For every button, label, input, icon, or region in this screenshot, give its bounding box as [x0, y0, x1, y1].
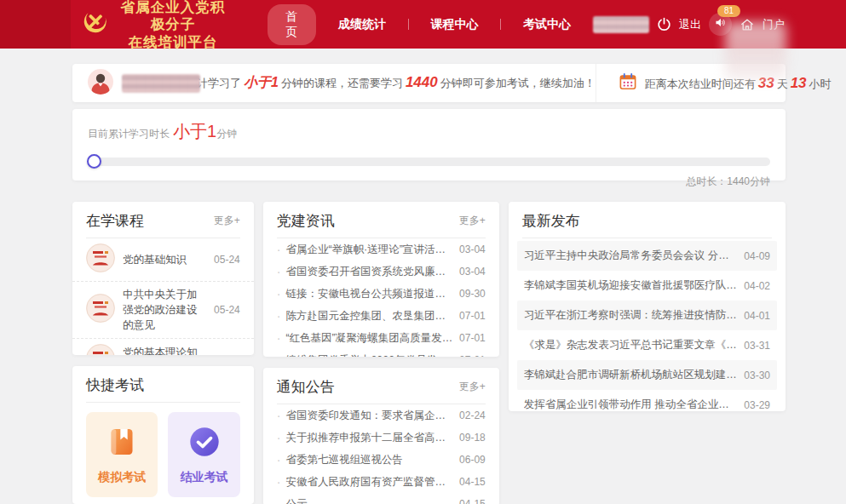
news-title: 链接：安徽电视台公共频道报道徽商职业学院...: [285, 287, 454, 301]
bullet-icon: ·: [277, 243, 281, 256]
courses-more-link[interactable]: 更多+: [214, 214, 240, 228]
app-title-line1: 省属企业入党积极分子: [118, 0, 228, 33]
course-title: 党的基础知识: [123, 252, 206, 267]
course-date: 05-24: [214, 254, 240, 266]
latest-post-item[interactable]: 李锦斌赴合肥市调研新桥机场航站区规划建设... 03-30: [517, 360, 777, 390]
bullet-icon: ·: [277, 409, 281, 422]
progress-slider-track[interactable]: [88, 158, 770, 166]
news-date: 07-01: [459, 310, 486, 322]
bullet-icon: ·: [277, 265, 281, 278]
quick-exam-card: 快捷考试: [72, 366, 254, 504]
courses-header: 在学课程 更多+: [72, 202, 254, 238]
latest-posts-header: 最新发布: [509, 202, 786, 238]
app-title-line2: 在线培训平台: [118, 33, 228, 51]
study-summary: 已累计学习了小于1分钟的课程，还需要学习1440分钟即可参加考试，继续加油！: [88, 69, 596, 98]
bullet-icon: ·: [277, 431, 281, 444]
countdown-hours: 13: [788, 75, 809, 91]
header-right: 退出 81 门户: [593, 13, 785, 36]
notice-item[interactable]: · 关于拟推荐申报第十二届全省高技能人才评选... 09-18: [263, 427, 499, 449]
notice-item[interactable]: · 省国资委印发通知：要求省属企业认真贯彻落... 02-24: [263, 404, 499, 427]
course-item[interactable]: 中共中央关于加强党的政治建设的意见 05-24: [72, 281, 254, 338]
nav-exam-center[interactable]: 考试中心: [501, 17, 593, 32]
news-item[interactable]: · 陈方赴国元金控集团、农垦集团调研督导 07-01: [263, 305, 499, 327]
notice-title: 安徽省人民政府国有资产监督管理委员会网站...: [285, 475, 454, 490]
nav-home[interactable]: 首页: [268, 4, 316, 45]
announcement-button[interactable]: 81: [709, 13, 732, 36]
news-item[interactable]: · 皖维集团党委举办2020年党员发展对象培训班... 07-01: [263, 349, 499, 357]
countdown: 距离本次结业时间还有33天13小时: [596, 64, 832, 102]
main-nav: 首页 成绩统计 课程中心 考试中心: [268, 4, 593, 45]
courses-title: 在学课程: [86, 211, 144, 231]
course-item[interactable]: 党的基本理论知识学习手册 05-24: [72, 338, 254, 355]
party-news-header: 党建资讯 更多+: [263, 202, 499, 238]
latest-post-date: 03-30: [737, 369, 770, 381]
news-title: 省属企业“举旗帜·送理论”宣讲活动走进华安...: [285, 243, 454, 257]
portal-link[interactable]: 门户: [763, 17, 785, 32]
notice-date: 06-09: [459, 454, 486, 466]
final-exam-tile[interactable]: 结业考试: [168, 412, 239, 497]
logout-button[interactable]: 退出: [679, 17, 701, 32]
latest-post-date: 04-09: [737, 250, 770, 262]
bullet-icon: ·: [277, 475, 281, 489]
notice-title: 省委第七巡视组巡视公告: [285, 453, 454, 467]
bullet-icon: ·: [277, 497, 281, 504]
notice-date: 04-15: [459, 476, 486, 488]
latest-post-item[interactable]: 李锦斌李国英机场迎接安徽首批援鄂医疗队凯... 04-02: [517, 271, 777, 301]
latest-post-item[interactable]: 《求是》杂志发表习近平总书记重要文章《在... 03-31: [517, 330, 777, 360]
news-item[interactable]: · “红色基因”凝聚海螺集团高质量发展磅礴力... 07-01: [263, 327, 499, 349]
notice-item[interactable]: · 公示 04-15: [263, 493, 499, 504]
username-redacted: [593, 16, 649, 33]
party-news-more-link[interactable]: 更多+: [459, 214, 486, 228]
latest-post-item[interactable]: 习近平在浙江考察时强调：统筹推进疫情防控... 04-01: [517, 301, 777, 330]
latest-post-title: 习近平主持中央政治局常务委员会会议 分析国...: [524, 249, 738, 263]
latest-post-date: 03-29: [737, 399, 770, 411]
news-item[interactable]: · 链接：安徽电视台公共频道报道徽商职业学院... 09-30: [263, 283, 499, 305]
progress-slider-thumb[interactable]: [87, 154, 101, 169]
countdown-days: 33: [756, 75, 777, 91]
notice-date: 04-15: [459, 498, 486, 504]
exam-tiles: 模拟考试: [72, 403, 254, 504]
countdown-days-unit: 天: [777, 77, 788, 90]
latest-posts-title: 最新发布: [522, 211, 580, 231]
news-item[interactable]: · 省国资委召开省国资系统党风廉政建设和反腐... 03-04: [263, 261, 499, 283]
calendar-icon: [619, 72, 637, 94]
notice-date: 02-24: [459, 410, 486, 421]
course-item[interactable]: 党的基础知识 05-24: [72, 238, 254, 281]
dashboard-columns: 在学课程 更多+ 党的基础知识: [72, 202, 786, 504]
page: 省属企业入党积极分子 在线培训平台 首页 成绩统计 课程中心 考试中心 退出: [0, 0, 846, 504]
power-icon[interactable]: [657, 17, 671, 32]
app-title: 省属企业入党积极分子 在线培训平台: [118, 0, 228, 50]
news-title: 陈方赴国元金控集团、农垦集团调研督导: [285, 309, 454, 324]
column-right: 最新发布 习近平主持中央政治局常务委员会会议 分析国... 04-09 李锦斌李…: [509, 202, 786, 411]
bullet-icon: ·: [277, 287, 281, 301]
countdown-text: 距离本次结业时间还有33天13小时: [645, 75, 832, 92]
header-left-strip: [0, 0, 71, 49]
latest-post-title: 习近平在浙江考察时强调：统筹推进疫情防控...: [524, 308, 738, 323]
nav-course-center[interactable]: 课程中心: [408, 17, 500, 32]
latest-post-item[interactable]: 习近平主持中央政治局常务委员会会议 分析国... 04-09: [517, 241, 777, 271]
notices-title: 通知公告: [277, 377, 335, 397]
progress-total-label: 总时长：1440分钟: [88, 175, 770, 189]
nav-score-stats[interactable]: 成绩统计: [316, 17, 408, 32]
notice-title: 省国资委印发通知：要求省属企业认真贯彻落...: [285, 409, 454, 423]
notice-item[interactable]: · 安徽省人民政府国有资产监督管理委员会网站... 04-15: [263, 471, 499, 493]
news-date: 09-30: [459, 288, 486, 300]
latest-post-title: 《求是》杂志发表习近平总书记重要文章《在...: [524, 338, 738, 352]
progress-slider: [88, 154, 770, 169]
notice-title: 关于拟推荐申报第十二届全省高技能人才评选...: [285, 431, 454, 445]
home-icon[interactable]: [740, 17, 755, 32]
mock-exam-label: 模拟考试: [98, 470, 146, 485]
brand: 省属企业入党积极分子 在线培训平台: [80, 0, 228, 50]
progress-label-row: 目前累计学习时长 小于1 分钟: [88, 120, 770, 143]
study-summary-bar: 已累计学习了小于1分钟的课程，还需要学习1440分钟即可参加考试，继续加油！: [72, 64, 786, 102]
news-item[interactable]: · 省属企业“举旗帜·送理论”宣讲活动走进华安... 03-04: [263, 238, 499, 261]
latest-post-item[interactable]: 发挥省属企业引领带动作用 推动全省企业尽快... 03-29: [517, 390, 777, 411]
notice-item[interactable]: · 省委第七巡视组巡视公告 06-09: [263, 449, 499, 471]
latest-post-title: 李锦斌李国英机场迎接安徽首批援鄂医疗队凯...: [524, 278, 738, 293]
countdown-prefix: 距离本次结业时间还有: [645, 77, 756, 90]
latest-post-date: 04-02: [737, 280, 770, 292]
mock-exam-tile[interactable]: 模拟考试: [86, 412, 158, 497]
news-date: 07-01: [459, 354, 486, 357]
notices-more-link[interactable]: 更多+: [459, 380, 486, 394]
news-date: 07-01: [459, 332, 486, 344]
